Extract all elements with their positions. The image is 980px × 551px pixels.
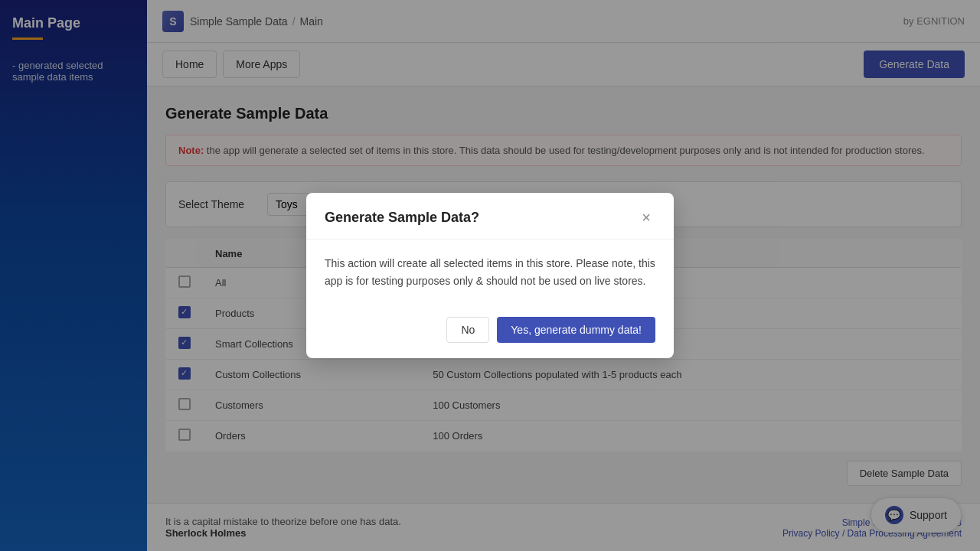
modal-close-button[interactable]: × [637, 208, 655, 227]
modal-dialog: Generate Sample Data? × This action will… [306, 193, 674, 358]
modal-yes-button[interactable]: Yes, generate dummy data! [497, 317, 655, 343]
modal-no-button[interactable]: No [446, 317, 489, 343]
modal-title: Generate Sample Data? [325, 210, 479, 226]
modal-overlay[interactable]: Generate Sample Data? × This action will… [0, 0, 980, 551]
modal-footer: No Yes, generate dummy data! [306, 305, 674, 358]
modal-header: Generate Sample Data? × [306, 193, 674, 240]
modal-body: This action will create all selected ite… [306, 240, 674, 305]
